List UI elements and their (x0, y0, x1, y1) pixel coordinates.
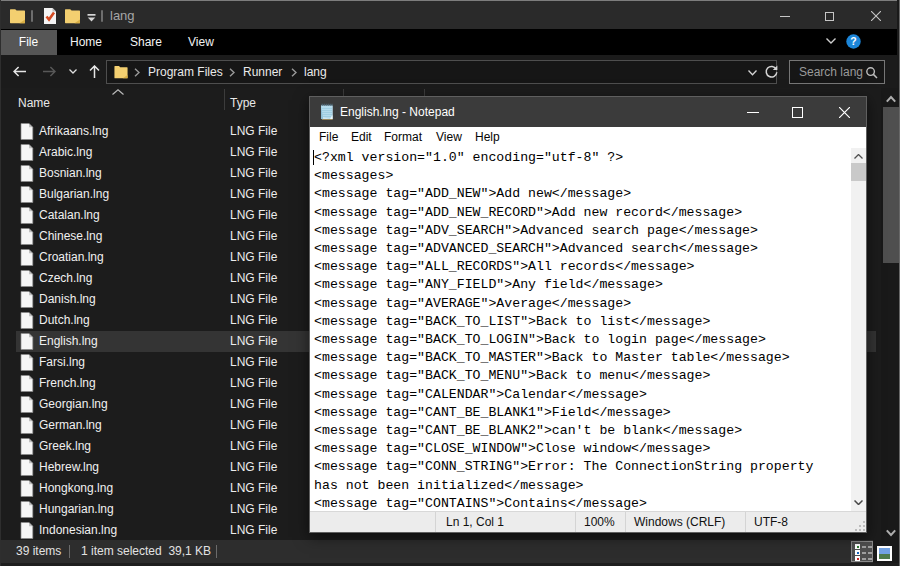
svg-text:?: ? (850, 35, 856, 47)
